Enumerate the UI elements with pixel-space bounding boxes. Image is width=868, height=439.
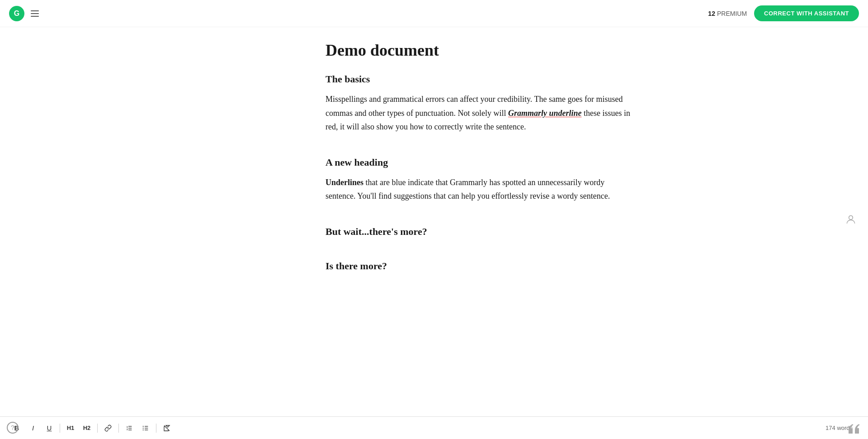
correct-with-assistant-button[interactable]: CORRECT WITH ASSISTANT	[754, 5, 859, 21]
user-profile-icon[interactable]	[843, 211, 859, 228]
toolbar-unordered-list-button[interactable]	[138, 420, 153, 436]
bottom-toolbar: ? B I U H1 H2	[0, 416, 868, 439]
help-icon[interactable]: ?	[7, 422, 19, 434]
premium-text: PREMIUM	[717, 10, 747, 17]
svg-point-0	[849, 215, 853, 220]
toolbar-ordered-list-button[interactable]	[122, 420, 137, 436]
top-bar: G 12 PREMIUM CORRECT WITH ASSISTANT	[0, 0, 868, 27]
top-bar-right: 12 PREMIUM CORRECT WITH ASSISTANT	[708, 5, 859, 21]
toolbar-link-button[interactable]	[100, 420, 116, 436]
svg-point-7	[143, 426, 144, 427]
svg-point-8	[143, 428, 144, 429]
toolbar-divider-1	[60, 424, 60, 433]
section-heading-new: A new heading	[326, 157, 633, 168]
section-is-there-more: Is there more?	[326, 260, 633, 272]
premium-count: 12	[708, 10, 715, 17]
right-sidebar	[843, 211, 859, 228]
menu-icon[interactable]	[29, 7, 42, 20]
section-but-wait: But wait...there's more?	[326, 226, 633, 238]
bottom-left-help: ?	[0, 416, 25, 439]
quote-icon-container[interactable]	[849, 424, 861, 435]
toolbar-h1-button[interactable]: H1	[63, 420, 78, 436]
paragraph-underlines: Underlines that are blue indicate that G…	[326, 176, 633, 203]
menu-line-1	[31, 10, 39, 11]
section-heading-is-there-more: Is there more?	[326, 260, 633, 272]
toolbar-divider-2	[97, 424, 98, 433]
svg-point-9	[143, 429, 144, 430]
grammarly-link[interactable]: Grammarly underline	[508, 109, 582, 118]
toolbar-divider-3	[118, 424, 119, 433]
section-heading-but-wait: But wait...there's more?	[326, 226, 633, 238]
section-new-heading: A new heading Underlines that are blue i…	[326, 157, 633, 203]
premium-label: 12 PREMIUM	[708, 10, 747, 17]
grammarly-logo: G	[9, 6, 24, 21]
section-basics: The basics Misspellings and grammatical …	[326, 73, 633, 134]
toolbar-divider-4	[156, 424, 156, 433]
document-area: Demo document The basics Misspellings an…	[326, 27, 633, 416]
menu-line-3	[31, 16, 39, 17]
underlines-bold: Underlines	[326, 178, 363, 187]
toolbar-italic-button[interactable]: I	[25, 420, 41, 436]
toolbar-clear-button[interactable]	[159, 420, 175, 436]
paragraph-basics: Misspellings and grammatical errors can …	[326, 92, 633, 134]
toolbar-h2-button[interactable]: H2	[79, 420, 94, 436]
menu-line-2	[31, 13, 39, 14]
toolbar-underline-button[interactable]: U	[42, 420, 57, 436]
top-bar-left: G	[9, 6, 42, 21]
document-title: Demo document	[326, 41, 633, 60]
section-heading-basics: The basics	[326, 73, 633, 85]
main-content: Demo document The basics Misspellings an…	[0, 0, 868, 439]
